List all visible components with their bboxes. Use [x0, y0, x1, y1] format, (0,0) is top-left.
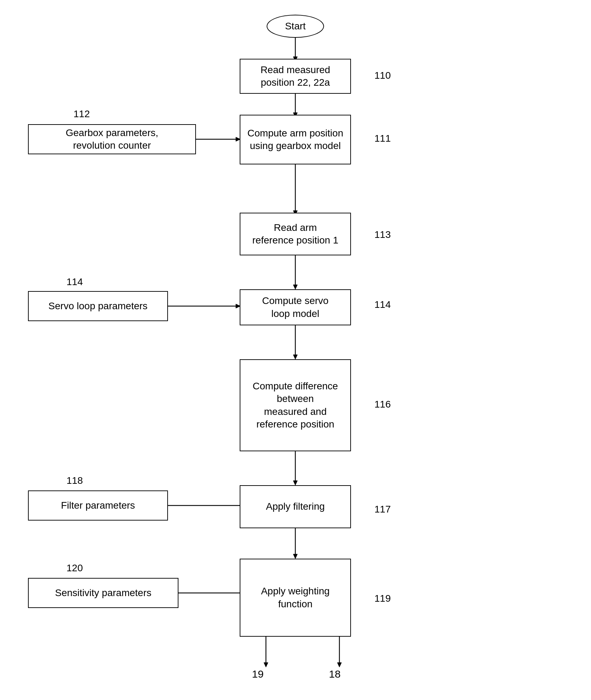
- ref-113: 113: [374, 229, 391, 240]
- label-114-left: 114: [66, 276, 83, 288]
- box-servo-loop-parameters: Servo loop parameters: [28, 291, 168, 321]
- ref-119: 119: [374, 593, 391, 604]
- ref-116: 116: [374, 399, 391, 410]
- label-118: 118: [66, 475, 83, 486]
- svg-marker-13: [293, 554, 297, 559]
- ref-117: 117: [374, 504, 391, 515]
- svg-marker-9: [293, 355, 297, 359]
- box-compute-servo-loop: Compute servoloop model: [240, 289, 351, 325]
- label-120: 120: [66, 563, 83, 574]
- box-compute-arm-position: Compute arm positionusing gearbox model: [240, 115, 351, 164]
- svg-marker-7: [293, 285, 297, 289]
- box-sensitivity-parameters: Sensitivity parameters: [28, 578, 178, 608]
- box-read-measured-position: Read measuredposition 22, 22a: [240, 59, 351, 94]
- box-gearbox-parameters: Gearbox parameters,revolution counter: [28, 124, 196, 154]
- flowchart-diagram: Start Read measuredposition 22, 22a 110 …: [0, 0, 591, 700]
- label-112: 112: [73, 108, 90, 120]
- ref-114-right: 114: [374, 299, 391, 310]
- box-compute-difference: Compute differencebetweenmeasured andref…: [240, 359, 351, 451]
- ref-111: 111: [374, 133, 391, 144]
- label-19: 19: [252, 668, 263, 680]
- svg-marker-25: [337, 663, 342, 667]
- start-node: Start: [267, 15, 324, 38]
- svg-marker-23: [264, 663, 268, 667]
- box-apply-weighting: Apply weightingfunction: [240, 559, 351, 637]
- label-18: 18: [329, 668, 340, 680]
- box-apply-filtering: Apply filtering: [240, 485, 351, 528]
- ref-110: 110: [374, 70, 391, 81]
- box-filter-parameters: Filter parameters: [28, 490, 168, 521]
- box-read-arm-reference: Read armreference position 1: [240, 213, 351, 255]
- svg-marker-11: [293, 481, 297, 485]
